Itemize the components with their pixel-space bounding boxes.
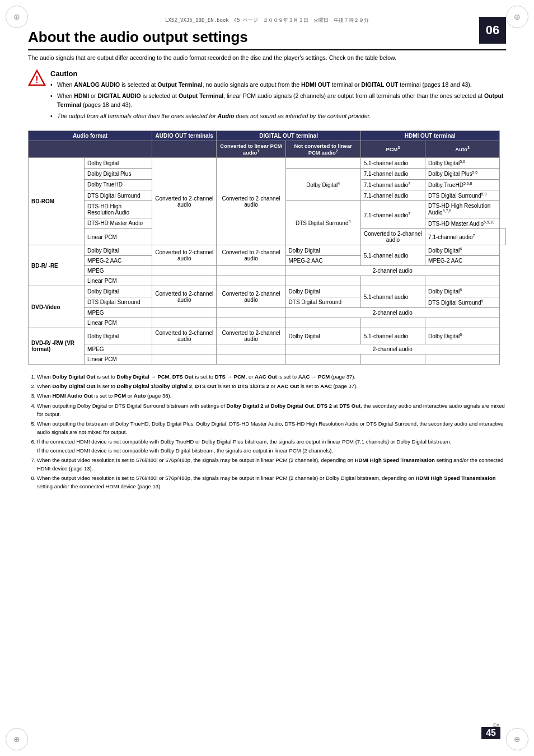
th-audio-format: Audio format <box>29 130 152 141</box>
th-audio-out-sub <box>152 141 217 157</box>
group-bdr: BD-ROM <box>29 158 85 245</box>
dnc-lpcm: Converted to 2-channel audio <box>360 229 425 245</box>
dc-dvd-lpcm <box>217 318 285 328</box>
caution-item-1: When ANALOG AUDIO is selected at Output … <box>50 80 506 90</box>
auto-dvd-lpcm <box>425 318 500 328</box>
ao-bdre-lpcm <box>152 276 217 286</box>
format-dvd-lpcm: Linear PCM <box>85 318 152 328</box>
group-dvd: DVD-Video <box>29 286 85 328</box>
corner-decoration-tl: ⊕ <box>6 6 28 28</box>
ao-dvdrw-dd: Converted to 2-channel audio <box>152 328 217 344</box>
ao-dvd: Converted to 2-channel audio <box>152 286 217 308</box>
th-af-spacer <box>29 141 152 157</box>
pcm-bdre-lpcm <box>360 276 425 286</box>
pcm-dtshd: 7.1-channel audio7 <box>360 201 425 229</box>
auto-bdre-lpcm <box>425 276 500 286</box>
lang-label: En <box>493 722 499 728</box>
caution-title: Caution <box>50 69 506 78</box>
dnc-dvd-lpcm <box>285 318 360 328</box>
auto-dth: Dolby TrueHD5,6,8 <box>425 179 500 190</box>
auto-dtsm: DTS-HD Master Audio5,9,10 <box>425 218 500 228</box>
format-lpcm: Linear PCM <box>85 229 152 245</box>
caution-box: ! Caution When ANALOG AUDIO is selected … <box>28 69 506 123</box>
format-dvdrw-mpeg: MPEG <box>85 344 152 354</box>
ao-dvdrw-mpeg <box>152 344 217 354</box>
dc-bdre-mpeg <box>217 266 285 276</box>
th-auto: Auto3 <box>425 141 500 157</box>
th-converted: Converted to linear PCM audio1 <box>217 141 285 157</box>
svg-text:!: ! <box>35 75 38 85</box>
ao-dvd-lpcm <box>152 318 217 328</box>
auto-dd: Dolby Digital5,6 <box>425 158 500 169</box>
auto-dvd-dd: Dolby Digital6 <box>425 286 500 297</box>
dc-dvdrw-dd: Converted to 2-channel audio <box>217 328 285 344</box>
dc-bdr: Converted to 2-channel audio <box>217 158 285 245</box>
footnotes: When Dolby Digital Out is set to Dolby D… <box>28 372 506 491</box>
ao-bdr: Converted to 2-channel audio <box>152 158 217 245</box>
footnote-3: When HDMI Audio Out is set to PCM or Aut… <box>37 391 506 400</box>
table-row: DVD-R/ -RW (VR format) Dolby Digital Con… <box>29 328 506 344</box>
pcm-ddp: 7.1-channel audio <box>360 169 425 179</box>
ao-dvd-mpeg <box>152 308 217 318</box>
caution-item-2: When HDMI or DIGITAL AUDIO is selected a… <box>50 91 506 110</box>
th-audio-out: AUDIO OUT terminals <box>152 130 217 141</box>
corner-decoration-br: ⊕ <box>506 728 528 750</box>
dnc-bdre-dd: Dolby Digital <box>285 245 360 256</box>
page-title: About the audio output settings <box>28 29 506 50</box>
auto-ddp: Dolby Digital Plus5,6 <box>425 169 500 179</box>
page-number: 45 <box>481 727 500 739</box>
footnote-4: When outputting Dolby Digital or DTS Dig… <box>37 402 506 418</box>
format-dts: DTS Digital Surround <box>85 190 152 201</box>
table-row: Linear PCM <box>29 354 506 365</box>
dnc-dts-group: Dolby Digital4 <box>285 169 360 201</box>
format-ddp: Dolby Digital Plus <box>85 169 152 179</box>
auto-dvdrw-dd: Dolby Digital6 <box>425 328 500 344</box>
format-dvd-dts: DTS Digital Surround <box>85 297 152 307</box>
pcm-bdre: 5.1-channel audio <box>360 245 425 266</box>
auto-dvd-dts: DTS Digital Surround9 <box>425 297 500 307</box>
footnote-1: When Dolby Digital Out is set to Dolby D… <box>37 372 506 381</box>
table-header-main: Audio format AUDIO OUT terminals DIGITAL… <box>29 130 506 141</box>
dnc-dvdrw-lpcm <box>285 354 360 365</box>
pcm-dth: 7.1-channel audio7 <box>360 179 425 190</box>
format-bdre-aac: MPEG-2 AAC <box>85 256 152 266</box>
auto-lpcm <box>499 229 505 245</box>
format-dvdrw-dd: Dolby Digital <box>85 328 152 344</box>
caution-icon: ! <box>28 69 46 87</box>
footnote-7: When the output video resolution is set … <box>37 456 506 473</box>
auto-dts: DTS Digital Surround5,9 <box>425 190 500 201</box>
table-row: MPEG 2-channel audio <box>29 308 506 318</box>
caution-list: When ANALOG AUDIO is selected at Output … <box>50 80 506 121</box>
table-row: Linear PCM <box>29 276 506 286</box>
dnc-dvd-mpeg: 2-channel audio <box>285 308 499 318</box>
dnc-bdre-aac: MPEG-2 AAC <box>285 256 360 266</box>
dnc-dvd-dd: Dolby Digital <box>285 286 360 297</box>
pcm-lpcm: 7.1-channel audio7 <box>425 229 500 245</box>
format-dvd-mpeg: MPEG <box>85 308 152 318</box>
format-dvd-dd: Dolby Digital <box>85 286 152 297</box>
pcm-dvd-lpcm <box>360 318 425 328</box>
dc-dvd: Converted to 2-channel audio <box>217 286 285 308</box>
pcm-dvd: 5.1-channel audio <box>360 286 425 308</box>
format-dtsm: DTS-HD Master Audio <box>85 218 152 228</box>
corner-decoration-tr: ⊕ <box>506 6 528 28</box>
dnc-dvdrw-mpeg: 2-channel audio <box>285 344 499 354</box>
dc-dvd-mpeg <box>217 308 285 318</box>
dc-dvdrw-mpeg <box>217 344 285 354</box>
dc-bdre: Converted to 2-channel audio <box>217 245 285 266</box>
th-hdmi-out: HDMI OUT terminal <box>360 130 499 141</box>
auto-bdre-dd: Dolby Digital6 <box>425 245 500 256</box>
chapter-badge: 06 <box>479 17 506 44</box>
ao-dvdrw-lpcm <box>152 354 217 365</box>
footnote-2: When Dolby Digital Out is set to Dolby D… <box>37 382 506 390</box>
caution-content: Caution When ANALOG AUDIO is selected at… <box>50 69 506 123</box>
table-row: DVD-Video Dolby Digital Converted to 2-c… <box>29 286 506 297</box>
dc-dvdrw-lpcm <box>217 354 285 365</box>
format-dd: Dolby Digital <box>85 158 152 169</box>
th-not-converted: Not converted to linear PCM audio2 <box>285 141 360 157</box>
dnc-dvd-dts: DTS Digital Surround <box>285 297 360 307</box>
table-row: BD-R/ -RE Dolby Digital Converted to 2-c… <box>29 245 506 256</box>
th-pcm: PCM3 <box>360 141 425 157</box>
format-bdre-mpeg: MPEG <box>85 266 152 276</box>
dnc-dts2-group: DTS Digital Surround4 <box>285 201 360 245</box>
